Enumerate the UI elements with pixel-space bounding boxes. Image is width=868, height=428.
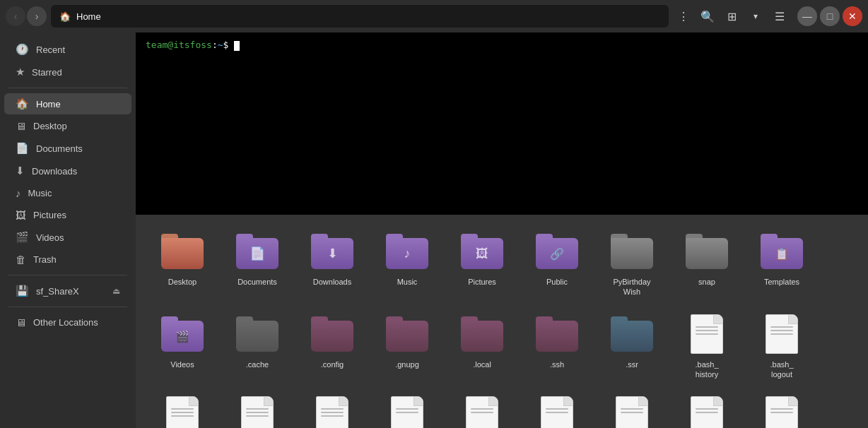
file-item-lesshst[interactable]: .lesshst	[222, 388, 293, 428]
doc-line	[696, 333, 718, 335]
close-button[interactable]: ✕	[843, 6, 862, 26]
file-label: .ssr	[626, 359, 638, 369]
other-locations-icon: 🖥	[16, 316, 26, 328]
doc-line	[621, 412, 643, 413]
terminal-panel: team@itsfoss:~$	[136, 32, 868, 215]
menu-button[interactable]: ⋮	[673, 6, 694, 27]
sidebar-item-desktop[interactable]: 🖥 Desktop	[4, 116, 131, 136]
folder-body	[311, 321, 353, 352]
file-item-ssr[interactable]: .ssr	[597, 306, 667, 383]
file-item-pybirthday[interactable]: PyBirthdayWish	[597, 223, 667, 300]
sidebar-item-music[interactable]: ♪ Music	[4, 183, 131, 203]
view-toggle-button[interactable]: ▾	[745, 6, 766, 27]
file-grid: Desktop 📄 Documents	[147, 223, 857, 428]
sidebar-label-other-locations: Other Locations	[33, 317, 98, 328]
folder-icon-wrap	[235, 311, 280, 357]
sidebar-item-home[interactable]: 🏠 Home	[4, 93, 131, 114]
doc-lines	[770, 326, 793, 337]
sidebar-item-other-locations[interactable]: 🖥 Other Locations	[4, 312, 131, 333]
doc-line	[246, 412, 269, 413]
file-item-templates[interactable]: 📋 Templates	[746, 223, 817, 300]
terminal-user: team@itsfoss	[146, 40, 212, 50]
sidebar-item-pictures[interactable]: 🖼 Pictures	[4, 205, 131, 225]
file-item-local[interactable]: .local	[447, 306, 517, 383]
sidebar-divider-1	[8, 88, 127, 88]
doc-lines	[246, 408, 269, 419]
terminal-prompt: team@itsfoss:~$	[146, 40, 234, 50]
folder-icon-wrap: ⬇	[310, 229, 355, 274]
eject-icon[interactable]: ⏏	[112, 286, 120, 296]
recent-icon: 🕐	[16, 43, 29, 56]
folder-body: 🖼	[461, 238, 503, 269]
file-item-videos[interactable]: 🎬 Videos	[147, 306, 218, 383]
file-label: Pictures	[468, 277, 496, 287]
file-item-documents[interactable]: 📄 Documents	[222, 223, 293, 300]
sidebar-item-videos[interactable]: 🎬 Videos	[4, 227, 131, 248]
file-item-bash-history[interactable]: .bash_history	[671, 306, 742, 383]
sidebar-item-starred[interactable]: ★ Starred	[4, 61, 131, 83]
folder-icon	[236, 316, 278, 352]
file-icon	[691, 314, 723, 354]
file-item-profile[interactable]: .profile	[297, 388, 368, 428]
file-label: .bash_logout	[770, 359, 793, 380]
file-grid-area: Desktop 📄 Documents	[136, 215, 868, 428]
sidebar-item-sharex[interactable]: 💾 sf_ShareX ⏏	[4, 280, 131, 302]
search-button[interactable]: 🔍	[697, 6, 718, 27]
sidebar: 🕐 Recent ★ Starred 🏠 Home 🖥 Desktop 📄 Do…	[0, 32, 136, 428]
folder-body	[161, 238, 204, 269]
file-label: .ssh	[550, 359, 564, 369]
sidebar-label-documents: Documents	[36, 143, 83, 154]
folder-body: 📋	[761, 238, 803, 269]
folder-icon: 🎬	[161, 316, 204, 352]
file-item-vbox2[interactable]: .vboxclient-clipboard-tty2-servi…	[522, 388, 592, 428]
doc-line	[321, 412, 344, 413]
file-item-vbox4[interactable]: .vboxclient-dragandddrop-tty2-s…	[671, 388, 742, 428]
view-list-button[interactable]: ☰	[769, 6, 790, 27]
file-icon	[391, 396, 423, 428]
file-label: Videos	[170, 359, 194, 369]
file-item-gnupg[interactable]: .gnupg	[372, 306, 442, 383]
folder-icon	[311, 316, 353, 352]
doc-lines	[321, 408, 344, 419]
path-bar[interactable]: 🏠 Home	[51, 5, 669, 28]
file-item-config[interactable]: .config	[297, 306, 368, 383]
sidebar-item-trash[interactable]: 🗑 Trash	[4, 249, 131, 270]
terminal-cursor	[234, 41, 240, 51]
file-item-pictures[interactable]: 🖼 Pictures	[447, 223, 517, 300]
doc-line	[621, 408, 643, 410]
minimize-button[interactable]: —	[797, 6, 817, 26]
folder-icon-wrap: 📄	[235, 229, 280, 274]
maximize-button[interactable]: □	[820, 6, 840, 26]
file-item-vbox1[interactable]: .vboxclient-clipboard-tty2-cont…	[447, 388, 517, 428]
folder-body: ⬇	[311, 238, 353, 269]
file-item-snap[interactable]: snap	[671, 223, 742, 300]
file-item-ssh[interactable]: .ssh	[522, 306, 592, 383]
folder-icon-wrap	[160, 229, 205, 274]
folder-icon	[461, 316, 503, 352]
documents-icon: 📄	[16, 142, 29, 155]
doc-line	[171, 412, 194, 413]
forward-button[interactable]: ›	[27, 6, 47, 26]
folder-icon-wrap	[609, 229, 655, 274]
doc-line	[546, 408, 568, 410]
view-grid-button[interactable]: ⊞	[721, 6, 742, 27]
file-item-bashrc[interactable]: .bashrc	[147, 388, 218, 428]
file-item-public[interactable]: 🔗 Public	[522, 223, 592, 300]
doc-line	[696, 330, 718, 331]
sidebar-item-recent[interactable]: 🕐 Recent	[4, 39, 131, 60]
file-item-bash-logout[interactable]: .bash_logout	[746, 306, 817, 383]
sidebar-item-downloads[interactable]: ⬇ Downloads	[4, 160, 131, 182]
file-item-desktop[interactable]: Desktop	[147, 223, 218, 300]
file-item-vbox3[interactable]: .vboxclient-draganddrop-tty2-c…	[597, 388, 667, 428]
file-item-vbox5[interactable]: .vboxclient-hostversion-tty2-con…	[746, 388, 817, 428]
sidebar-item-documents[interactable]: 📄 Documents	[4, 138, 131, 159]
file-item-music[interactable]: ♪ Music	[372, 223, 442, 300]
file-item-cache[interactable]: .cache	[222, 306, 293, 383]
file-item-sudo-admin[interactable]: .sudo_as_admin_successful	[372, 388, 442, 428]
sidebar-label-downloads: Downloads	[32, 166, 77, 177]
file-item-downloads[interactable]: ⬇ Downloads	[297, 223, 368, 300]
folder-icon-wrap: 📋	[759, 229, 804, 274]
sidebar-divider-2	[8, 275, 127, 275]
folder-icon-wrap	[684, 229, 729, 274]
back-button[interactable]: ‹	[6, 6, 25, 26]
